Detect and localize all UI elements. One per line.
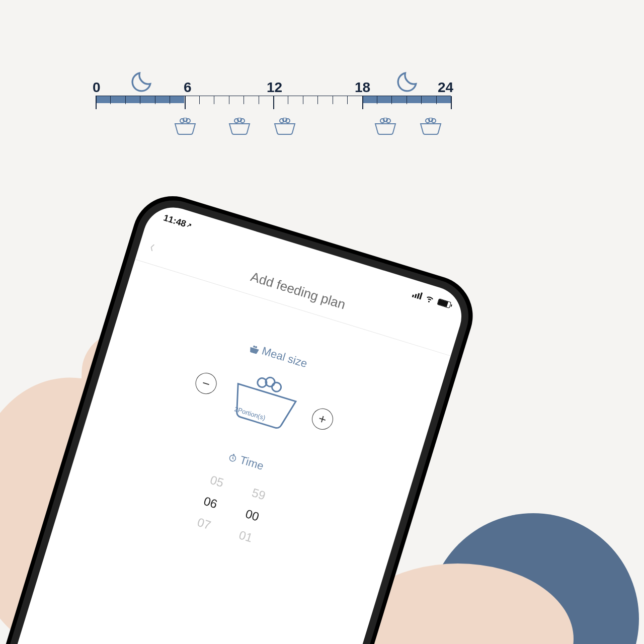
picker-minute[interactable]: 01 — [237, 528, 255, 545]
svg-point-19 — [271, 381, 282, 392]
svg-point-15 — [253, 345, 255, 348]
status-time: 11:48 — [162, 212, 187, 229]
decrease-portion-button[interactable]: − — [193, 370, 219, 396]
bowl-icon — [273, 118, 297, 137]
picker-minute[interactable]: 59 — [250, 486, 267, 503]
bowl-icon — [173, 118, 197, 137]
picker-hour[interactable]: 07 — [196, 515, 213, 533]
timeline-label: 0 — [93, 79, 101, 96]
timeline-label: 6 — [184, 79, 192, 96]
bowl-icon — [248, 344, 260, 354]
picker-minute-selected[interactable]: 00 — [244, 507, 261, 524]
timeline-label: 18 — [355, 79, 370, 96]
bowl-icon — [373, 118, 397, 137]
bowl-icon — [227, 118, 252, 137]
timeline-label: 24 — [438, 79, 453, 96]
timeline-label: 12 — [267, 79, 282, 96]
clock-icon — [227, 452, 238, 463]
battery-icon — [437, 298, 452, 308]
picker-hour-selected[interactable]: 06 — [202, 494, 219, 512]
picker-hour[interactable]: 05 — [208, 473, 225, 491]
portion-display: 2Portion(s) — [223, 366, 305, 436]
back-button[interactable]: ‹ — [148, 236, 157, 257]
increase-portion-button[interactable]: + — [309, 406, 336, 432]
bowl-icon — [419, 118, 443, 137]
wifi-icon — [424, 293, 435, 304]
moon-icon — [394, 67, 422, 97]
signal-icon — [412, 290, 423, 300]
svg-point-16 — [255, 346, 257, 348]
moon-icon — [129, 67, 156, 97]
